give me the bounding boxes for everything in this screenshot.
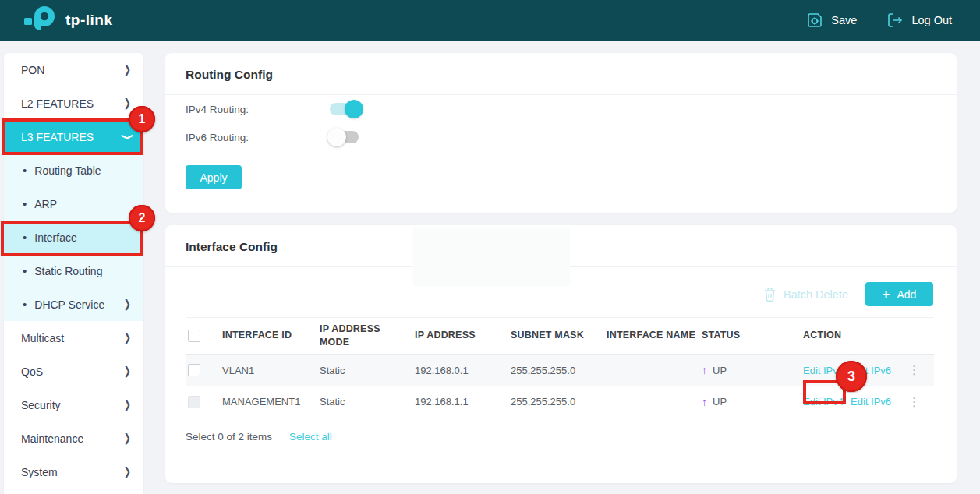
sidebar-item-label: L3 FEATURES (21, 131, 94, 143)
sidebar-item-label: Maintenance (21, 432, 83, 445)
ipv6-routing-label: IPv6 Routing: (186, 132, 330, 143)
add-label: Add (897, 288, 917, 301)
bullet-icon: • (23, 164, 27, 176)
sidebar-nav: PON ❯ L2 FEATURES ❯ L3 FEATURES ❯ • Rout… (4, 53, 143, 494)
sidebar-item-label: QoS (21, 365, 43, 378)
table-header-row: INTERFACE ID IP ADDRESS MODE IP ADDRESS … (186, 317, 934, 355)
top-header-bar: tp-link Save Log Out (0, 0, 980, 41)
column-header-status: STATUS (702, 324, 803, 347)
sidebar-item-label: System (21, 466, 58, 478)
cell-ip-address-mode: Static (320, 396, 415, 408)
sidebar-item-qos[interactable]: QoS ❯ (4, 355, 143, 388)
batch-delete-label: Batch Delete (784, 288, 848, 301)
chevron-right-icon: ❯ (124, 331, 131, 344)
sidebar-item-label: PON (21, 64, 44, 76)
ipv4-routing-toggle[interactable] (330, 103, 361, 115)
logout-label: Log Out (911, 14, 952, 26)
save-label: Save (831, 14, 857, 26)
row-checkbox[interactable] (188, 364, 200, 376)
edit-ipv4-link[interactable]: Edit IPv4 (803, 365, 844, 376)
chevron-right-icon: ❯ (124, 63, 131, 76)
ipv6-routing-toggle[interactable] (330, 131, 359, 143)
bullet-icon: • (23, 231, 27, 243)
sidebar-item-security[interactable]: Security ❯ (4, 388, 143, 422)
column-header-action: ACTION (803, 324, 934, 347)
chevron-right-icon: ❯ (124, 432, 131, 445)
sidebar-item-label: Routing Table (34, 164, 101, 177)
row-more-menu-icon[interactable]: ⋮ (908, 363, 920, 377)
tp-link-logo-icon (23, 5, 58, 36)
routing-config-title: Routing Config (165, 53, 957, 94)
trash-icon (763, 287, 777, 302)
cell-ip-address: 192.168.1.1 (415, 396, 511, 408)
status-value: UP (713, 396, 727, 408)
sidebar-item-multicast[interactable]: Multicast ❯ (4, 321, 143, 355)
sidebar-item-label: L2 FEATURES (21, 97, 94, 110)
selection-count-text: Select 0 of 2 items (186, 431, 272, 443)
add-button[interactable]: + Add (865, 282, 933, 306)
status-up-arrow-icon: ↑ (702, 364, 707, 376)
edit-ipv4-link[interactable]: Edit IPv4 (803, 396, 844, 408)
row-more-menu-icon[interactable]: ⋮ (908, 395, 920, 409)
sidebar-item-dhcp-service[interactable]: • DHCP Service ❯ (4, 288, 143, 321)
cell-ip-address: 192.168.0.1 (415, 365, 511, 376)
sidebar-item-arp[interactable]: • ARP (4, 187, 143, 221)
sidebar-item-system[interactable]: System ❯ (4, 455, 143, 489)
cell-subnet-mask: 255.255.255.0 (511, 396, 607, 408)
cell-interface-id: VLAN1 (222, 365, 320, 376)
batch-delete-button[interactable]: Batch Delete (763, 287, 848, 302)
toggle-knob (327, 128, 346, 146)
sidebar-item-label: Static Routing (34, 265, 102, 277)
sidebar-item-label: DHCP Service (34, 298, 104, 311)
select-all-link[interactable]: Select all (289, 431, 332, 443)
routing-config-card: Routing Config IPv4 Routing: IPv6 Routin… (165, 53, 957, 213)
chevron-down-icon: ❯ (121, 133, 134, 140)
save-icon (806, 12, 823, 29)
interface-config-card: Interface Config Batch Delete + Add INTE… (165, 225, 957, 483)
chevron-right-icon: ❯ (124, 97, 131, 110)
save-button[interactable]: Save (806, 12, 857, 29)
status-up-arrow-icon: ↑ (702, 396, 707, 408)
column-header-interface-id: INTERFACE ID (222, 324, 320, 347)
table-row-vlan1: VLAN1 Static 192.168.0.1 255.255.255.0 ↑… (186, 355, 934, 386)
chevron-right-icon: ❯ (124, 398, 131, 411)
logout-button[interactable]: Log Out (886, 12, 952, 29)
sidebar-item-pon[interactable]: PON ❯ (4, 53, 143, 86)
chevron-right-icon: ❯ (124, 298, 131, 311)
brand-name: tp-link (65, 12, 113, 29)
sidebar-item-label: Multicast (21, 332, 64, 344)
sidebar-item-l3-features[interactable]: L3 FEATURES ❯ (4, 120, 143, 153)
cell-ip-address-mode: Static (320, 365, 415, 376)
l3-features-submenu: • Routing Table • ARP • Interface • Stat… (4, 153, 143, 321)
chevron-right-icon: ❯ (124, 465, 131, 478)
bullet-icon: • (23, 298, 27, 310)
cell-interface-id: MANAGEMENT1 (222, 396, 320, 408)
sidebar-item-interface[interactable]: • Interface (4, 221, 143, 254)
cell-subnet-mask: 255.255.255.0 (511, 365, 607, 376)
edit-ipv6-link[interactable]: Edit IPv6 (851, 396, 891, 408)
bullet-icon: • (23, 265, 27, 277)
sidebar-item-routing-table[interactable]: • Routing Table (4, 153, 143, 187)
tp-link-logo: tp-link (23, 5, 113, 36)
select-all-checkbox[interactable] (188, 330, 200, 342)
sidebar-item-label: ARP (34, 198, 57, 210)
interface-config-title: Interface Config (165, 225, 957, 266)
column-header-interface-name: INTERFACE NAME (607, 324, 702, 347)
row-checkbox-disabled[interactable] (188, 396, 200, 408)
interface-table: INTERFACE ID IP ADDRESS MODE IP ADDRESS … (186, 317, 934, 418)
column-header-ip-address: IP ADDRESS (415, 324, 511, 347)
column-header-subnet-mask: SUBNET MASK (511, 324, 607, 347)
toggle-knob (345, 100, 363, 118)
sidebar-item-maintenance[interactable]: Maintenance ❯ (4, 422, 143, 455)
chevron-right-icon: ❯ (124, 365, 131, 378)
sidebar-item-label: Interface (34, 231, 76, 244)
logout-icon (886, 12, 904, 29)
apply-button[interactable]: Apply (186, 165, 242, 189)
sidebar-item-l2-features[interactable]: L2 FEATURES ❯ (4, 86, 143, 120)
ipv4-routing-label: IPv4 Routing: (186, 104, 330, 115)
edit-ipv6-link[interactable]: Edit IPv6 (851, 365, 891, 376)
sidebar-item-label: Security (21, 399, 61, 411)
sidebar-item-static-routing[interactable]: • Static Routing (4, 254, 143, 288)
column-header-ip-address-mode: IP ADDRESS MODE (320, 318, 415, 354)
status-value: UP (713, 365, 727, 376)
